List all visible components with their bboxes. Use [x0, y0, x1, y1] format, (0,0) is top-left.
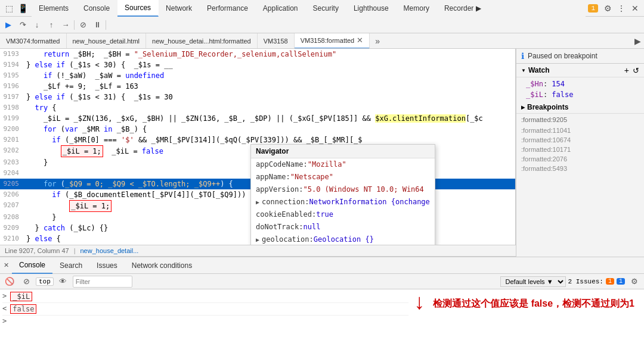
- console-toolbar: 🚫 ⊘ top 👁 Default levels ▼ 2 Issues: 1 1…: [0, 274, 644, 289]
- context-selector[interactable]: top: [36, 277, 54, 286]
- navigator-title: Navigator: [251, 145, 435, 158]
- notification-badge: 1: [588, 4, 598, 13]
- watch-section: _$Hn: 154 _$iL: false: [516, 77, 644, 101]
- code-line-9197: 9197 } else if (_$1s < 31) { _$1s = 30: [0, 92, 515, 102]
- code-line-9193: 9193 return _$BH; _$BH = "_Selenium_IDE_…: [0, 49, 515, 60]
- more-tabs-btn[interactable]: »: [371, 35, 384, 48]
- tab-search[interactable]: Search: [52, 257, 89, 274]
- breakpoints-triangle: ▶: [521, 105, 525, 110]
- console-line-input: > _$iL: [2, 291, 408, 303]
- status-file-link[interactable]: new_house_detail...: [80, 247, 139, 254]
- file-tab-vm3158[interactable]: VM3158: [258, 33, 295, 49]
- watch-header: ▼ Watch + ↺: [516, 64, 644, 77]
- console-content[interactable]: > _$iL < false > ↓ 检测通过这个值应该是 false，检测不通…: [0, 289, 644, 340]
- tab-console-bottom[interactable]: Console: [12, 257, 52, 274]
- left-content: 9193 return _$BH; _$BH = "_Selenium_IDE_…: [0, 49, 516, 257]
- close-icon[interactable]: ✕: [628, 2, 642, 15]
- paused-text: Paused on breakpoint: [528, 52, 597, 60]
- inspect-icon[interactable]: ⬚: [2, 2, 16, 15]
- tab-application[interactable]: Application: [256, 0, 306, 17]
- breakpoint-context-9205: :formatted:11041: [516, 126, 644, 135]
- devtools-right-icons: 1 ⚙ ⋮ ✕: [586, 2, 644, 15]
- toolbar-sep-1: [74, 20, 75, 30]
- nav-item-appname: appName: "Netscape": [251, 171, 435, 183]
- tab-memory[interactable]: Memory: [397, 0, 437, 17]
- log-level-select[interactable]: Default levels ▼: [500, 276, 566, 287]
- breakpoint-context-5493: :formatted:5493: [516, 164, 644, 173]
- status-position: Line 9207, Column 47: [5, 247, 69, 254]
- status-bar: Line 9207, Column 47 | new_house_detail.…: [0, 245, 516, 257]
- code-line-9194: 9194 } else if (_$1s < 30) { _$1s = __: [0, 60, 515, 70]
- close-bottom-panel-btn[interactable]: ✕: [0, 259, 12, 272]
- watch-triangle: ▼: [521, 68, 526, 73]
- tab-security[interactable]: Security: [306, 0, 346, 17]
- tab-performance[interactable]: Performance: [200, 0, 256, 17]
- tab-recorder[interactable]: Recorder ▶: [437, 0, 489, 17]
- watch-title: Watch: [528, 66, 550, 74]
- nav-item-appcodename: appCodeName: "Mozilla": [251, 158, 435, 171]
- file-tab-vm3158-formatted[interactable]: VM3158:formatted ✕: [295, 33, 370, 49]
- paused-header: ℹ Paused on breakpoint: [516, 49, 644, 64]
- step-btn[interactable]: →: [58, 18, 73, 32]
- add-watch-btn[interactable]: +: [624, 65, 629, 75]
- breakpoints-content: :formatted:9205 :formatted:11041 :format…: [516, 114, 644, 257]
- nav-item-appversion: appVersion: "5.0 (Windows NT 10.0; Win64: [251, 183, 435, 196]
- top-tab-bar: ⬚ 📱 Elements Console Sources Network Per…: [0, 0, 644, 17]
- tab-network[interactable]: Network: [159, 0, 200, 17]
- eye-icon-btn[interactable]: 👁: [56, 275, 70, 289]
- console-settings-btn[interactable]: ⚙: [627, 275, 642, 289]
- content-area: 9193 return _$BH; _$BH = "_Selenium_IDE_…: [0, 49, 644, 257]
- devtools-left-icons: ⬚ 📱: [0, 2, 32, 15]
- nav-item-connection: ▶ connection: NetworkInformation {onchan…: [251, 196, 435, 208]
- issues-badge-orange: 1: [606, 278, 614, 285]
- file-tab-new-house-formatted[interactable]: new_house_detai...html:formatted: [146, 33, 258, 49]
- breakpoint-context-10674: :formatted:10674: [516, 135, 644, 145]
- tab-console[interactable]: Console: [76, 0, 117, 17]
- preserve-log-btn[interactable]: ⊘: [19, 275, 33, 289]
- pause-on-exception-btn[interactable]: ⏸: [90, 18, 104, 32]
- tab-lighthouse[interactable]: Lighthouse: [346, 0, 397, 17]
- info-icon: ℹ: [521, 51, 524, 61]
- console-output-text: false: [10, 304, 36, 314]
- console-prompt-line: >: [2, 316, 408, 325]
- code-line-9200: 9200 for (var _$MR in _$B_) {: [0, 124, 515, 135]
- console-area: > _$iL < false > ↓ 检测通过这个值应该是 false，检测不通…: [2, 291, 642, 325]
- settings-icon[interactable]: ⚙: [601, 2, 614, 15]
- step-into-btn[interactable]: ↓: [30, 18, 44, 32]
- deactivate-breakpoints-btn[interactable]: ⊘: [76, 18, 90, 32]
- navigator-popup: Navigator appCodeName: "Mozilla" appName…: [250, 144, 435, 245]
- clear-console-btn[interactable]: 🚫: [2, 275, 17, 289]
- more-icon[interactable]: ⋮: [615, 2, 628, 15]
- code-panel[interactable]: 9193 return _$BH; _$BH = "_Selenium_IDE_…: [0, 49, 516, 245]
- annotation-area: ↓ 检测通过这个值应该是 false，检测不通过则为1: [408, 291, 642, 314]
- bottom-panel: ✕ Console Search Issues Network conditio…: [0, 257, 644, 340]
- toolbar-sep-2: [106, 20, 106, 30]
- step-out-btn[interactable]: ↑: [44, 18, 58, 32]
- file-tab-new-house[interactable]: new_house_detail.html: [67, 33, 147, 49]
- tab-sources[interactable]: Sources: [117, 0, 159, 17]
- breakpoint-context-10171: :formatted:10171: [516, 145, 644, 154]
- right-panel: ℹ Paused on breakpoint ▼ Watch + ↺ _$Hn:…: [516, 49, 644, 257]
- tab-elements[interactable]: Elements: [32, 0, 76, 17]
- resume-btn[interactable]: ▶: [1, 18, 16, 32]
- code-line-9196: 9196 _$Lf += 9; _$Lf = 163: [0, 81, 515, 92]
- file-tabs-bar: VM3074:formatted new_house_detail.html n…: [0, 33, 644, 49]
- file-tab-vm3074[interactable]: VM3074:formatted: [0, 33, 67, 49]
- step-over-btn[interactable]: ↷: [16, 18, 30, 32]
- issues-badge-blue: 1: [617, 278, 625, 285]
- refresh-watch-btn[interactable]: ↺: [633, 66, 639, 75]
- tab-network-conditions[interactable]: Network conditions: [125, 257, 199, 274]
- breakpoint-item-9205: :formatted:9205: [516, 114, 644, 126]
- nav-item-donottrack: doNotTrack: null: [251, 221, 435, 233]
- bottom-tabs: ✕ Console Search Issues Network conditio…: [0, 257, 644, 274]
- nav-item-geolocation: ▶ geolocation: Geolocation {}: [251, 233, 435, 245]
- add-tab-btn[interactable]: ▶: [631, 35, 644, 48]
- nav-item-cookieenabled: cookieEnabled: true: [251, 208, 435, 221]
- tab-issues[interactable]: Issues: [89, 257, 125, 274]
- console-filter-input[interactable]: [73, 276, 132, 288]
- devtools-main: ⬚ 📱 Elements Console Sources Network Per…: [0, 0, 644, 340]
- breakpoints-header: ▶ Breakpoints: [516, 101, 644, 114]
- device-icon[interactable]: 📱: [16, 2, 29, 15]
- issues-label: 2 Issues:: [568, 278, 603, 285]
- close-file-tab-btn[interactable]: ✕: [357, 36, 363, 45]
